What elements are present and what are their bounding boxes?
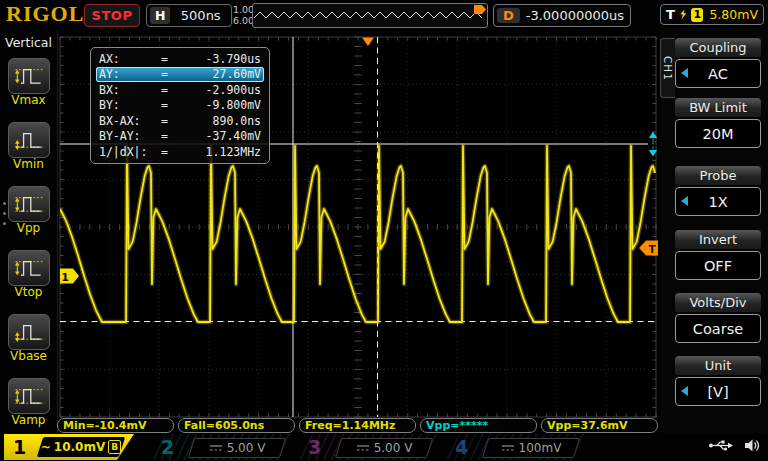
menu-item-invert[interactable]: InvertOFF: [674, 230, 762, 280]
cursor-row-ax[interactable]: AX:=-3.790us: [96, 51, 264, 67]
trigger-status-box[interactable]: T 1 5.80mV: [660, 4, 764, 25]
menu-page-dot: [3, 212, 6, 215]
menu-item-bw-limit[interactable]: BW Limit20M: [674, 98, 762, 148]
menu-item-coupling[interactable]: CouplingAC: [674, 38, 762, 88]
bw-limit-icon: B: [108, 440, 121, 454]
equals-sign: =: [161, 83, 177, 97]
menu-page-dot: [3, 222, 6, 225]
cursor-row-value: 890.0ns: [177, 114, 264, 128]
menu-item-label[interactable]: Probe: [675, 166, 761, 185]
channel-3-status[interactable]: 35.00 V: [296, 434, 441, 460]
menu-item-unit[interactable]: Unit[V]: [674, 356, 762, 406]
measurement-3[interactable]: Freq=1.14MHz: [299, 418, 416, 433]
channel-scale-box: 100mV: [482, 438, 580, 458]
channel-scale: 100mV: [519, 441, 562, 455]
cursor-row-value: -3.790us: [177, 52, 264, 66]
trigger-source-badge: 1: [691, 8, 703, 22]
vtop-icon: [11, 253, 47, 283]
right-menu: CH1 CouplingACBW Limit20MProbe1XInvertOF…: [660, 30, 768, 433]
cursor-row-label: BY:: [96, 98, 161, 112]
cursor-row-bx[interactable]: BX:=-2.900us: [96, 82, 264, 98]
equals-sign: =: [161, 145, 177, 159]
channel-scale: 10.0mV: [54, 440, 105, 454]
vertical-item-vmin[interactable]: [8, 122, 50, 158]
left-arrow-icon: [681, 386, 688, 396]
measurement-5[interactable]: Vpp=37.6mV: [541, 418, 658, 433]
vertical-item-vpp[interactable]: [8, 186, 50, 222]
delay-label: D: [497, 8, 520, 23]
timebase-value: 500ns: [170, 8, 231, 23]
menu-item-label[interactable]: Unit: [675, 356, 761, 375]
vmin-icon: [11, 125, 47, 155]
menu-item-value[interactable]: 20M: [675, 119, 761, 148]
cursor-row-dx[interactable]: 1/|dX|:=1.123MHz: [96, 144, 264, 160]
menu-item-value[interactable]: [V]: [675, 377, 761, 406]
left-menu: Vertical VmaxVminVppVtopVbaseVamp: [0, 30, 58, 433]
menu-item-label[interactable]: Invert: [675, 230, 761, 249]
measurement-2[interactable]: Fall=605.0ns: [178, 418, 295, 433]
channel-number: 1: [13, 436, 26, 458]
vertical-item-vamp[interactable]: [8, 378, 50, 414]
menu-item-probe[interactable]: Probe1X: [674, 166, 762, 216]
speaker-icon: [744, 438, 762, 453]
cursor-row-value: -37.40mV: [177, 129, 264, 143]
cursor-row-label: BY-AY:: [96, 129, 161, 143]
vamp-icon: [11, 381, 47, 411]
menu-item-volts-div[interactable]: Volts/DivCoarse: [674, 293, 762, 343]
cursor-row-label: AY:: [96, 67, 161, 81]
cursor-row-bxax[interactable]: BX-AX:=890.0ns: [96, 113, 264, 129]
cursor-readout-panel[interactable]: AX:=-3.790usAY:=27.60mVBX:=-2.900usBY:=-…: [90, 47, 270, 164]
dc-coupling-icon: [501, 443, 515, 453]
preview-waveform-icon: [253, 4, 485, 26]
brand-logo: RIGOL: [6, 1, 84, 27]
oscilloscope-screen: RIGOL STOP H 500ns 1.00GSa/s 6.00k pts D…: [0, 0, 768, 461]
vertical-item-vmax[interactable]: [8, 58, 50, 94]
cursor-row-by[interactable]: BY:=-9.800mV: [96, 98, 264, 114]
menu-item-label[interactable]: BW Limit: [675, 98, 761, 117]
menu-item-label[interactable]: Volts/Div: [675, 293, 761, 312]
horizontal-delay-box[interactable]: D -3.00000000us: [493, 4, 631, 27]
equals-sign: =: [161, 129, 177, 143]
vbase-icon: [11, 317, 47, 347]
vertical-item-vbase[interactable]: [8, 314, 50, 350]
vertical-item-vtop[interactable]: [8, 250, 50, 286]
channel-4-status[interactable]: 4100mV: [443, 434, 588, 460]
channel-number: 4: [455, 436, 468, 458]
measurement-1[interactable]: Min=-10.4mV: [57, 418, 174, 433]
channel-2-status[interactable]: 25.00 V: [149, 434, 294, 460]
vertical-item-label: Vmax: [0, 93, 57, 107]
channel-1-status[interactable]: 1~10.0mVB: [2, 434, 147, 460]
equals-sign: =: [161, 52, 177, 66]
menu-item-value[interactable]: OFF: [675, 251, 761, 280]
ac-coupling-icon: ~: [41, 440, 51, 454]
cursor-row-value: 27.60mV: [177, 67, 264, 81]
equals-sign: =: [161, 98, 177, 112]
equals-sign: =: [161, 67, 177, 81]
menu-item-value[interactable]: Coarse: [675, 314, 761, 343]
cursor-row-ay[interactable]: AY:=27.60mV: [96, 67, 264, 83]
vertical-item-label: Vbase: [0, 349, 57, 363]
vpp-icon: [11, 189, 47, 219]
horizontal-timebase-box[interactable]: H 500ns: [146, 4, 232, 27]
dc-coupling-icon: [209, 443, 223, 453]
menu-item-value[interactable]: 1X: [675, 187, 761, 216]
cursor-row-value: -9.800mV: [177, 98, 264, 112]
dc-coupling-icon: [356, 443, 370, 453]
top-status-bar: RIGOL STOP H 500ns 1.00GSa/s 6.00k pts D…: [0, 0, 768, 30]
cursor-row-value: 1.123MHz: [177, 145, 264, 159]
channel-scale-box: 5.00 V: [188, 438, 286, 458]
channel-badge[interactable]: 1~10.0mVB: [4, 434, 134, 460]
left-arrow-icon: [681, 68, 688, 78]
menu-item-value[interactable]: AC: [675, 59, 761, 88]
menu-item-label[interactable]: Coupling: [675, 38, 761, 57]
cursor-row-byay[interactable]: BY-AY:=-37.40mV: [96, 129, 264, 145]
trigger-label: T: [666, 7, 675, 22]
measurement-4[interactable]: Vpp=*****: [420, 418, 537, 433]
left-menu-title: Vertical: [0, 35, 57, 50]
cursor-row-value: -2.900us: [177, 83, 264, 97]
cursor-row-label: BX:: [96, 83, 161, 97]
waveform-preview-strip[interactable]: [252, 3, 488, 28]
channel-tab-label: CH1: [662, 56, 674, 81]
run-state-badge[interactable]: STOP: [84, 4, 140, 27]
horizontal-label: H: [150, 7, 170, 24]
